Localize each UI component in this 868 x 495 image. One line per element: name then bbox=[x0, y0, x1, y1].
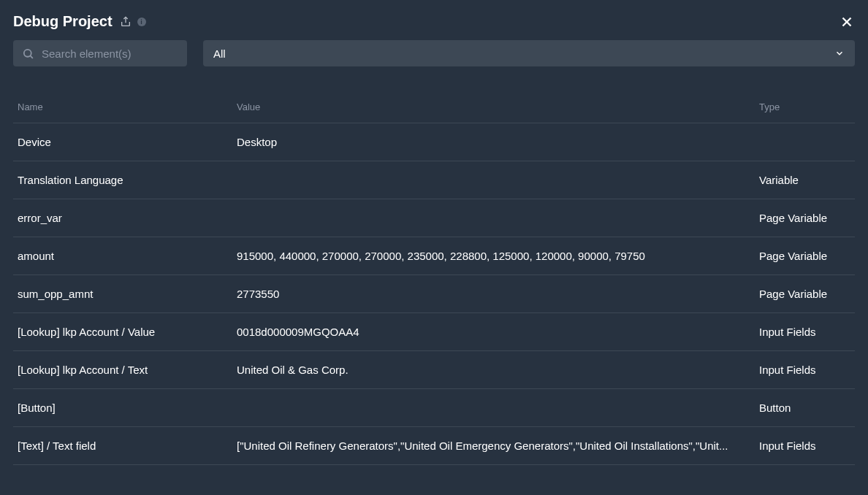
col-header-value: Value bbox=[237, 101, 759, 112]
col-header-type: Type bbox=[759, 101, 850, 112]
search-box[interactable] bbox=[13, 40, 187, 66]
info-badge[interactable]: i bbox=[137, 18, 146, 26]
controls-row: All bbox=[0, 40, 868, 80]
panel-header: Debug Project i bbox=[0, 0, 868, 40]
header-left-group: Debug Project i bbox=[13, 13, 146, 30]
cell-type: Page Variable bbox=[759, 250, 850, 262]
table-row[interactable]: [Button] Button bbox=[13, 389, 855, 427]
table-header-row: Name Value Type bbox=[13, 80, 855, 123]
table-row[interactable]: [Lookup] lkp Account / Value 0018d000009… bbox=[13, 313, 855, 351]
cell-value: ["United Oil Refinery Generators","Unite… bbox=[237, 440, 759, 452]
cell-value bbox=[237, 174, 759, 186]
table-row[interactable]: Device Desktop bbox=[13, 123, 855, 161]
svg-point-3 bbox=[24, 49, 31, 56]
col-header-name: Name bbox=[18, 101, 237, 112]
filter-selected-label: All bbox=[213, 47, 226, 60]
cell-value: 2773550 bbox=[237, 288, 759, 300]
table-row[interactable]: [Text] / Text field ["United Oil Refiner… bbox=[13, 427, 855, 465]
cell-name: [Lookup] lkp Account / Text bbox=[18, 364, 237, 376]
cell-name: amount bbox=[18, 250, 237, 262]
cell-name: Device bbox=[18, 136, 237, 148]
table-row[interactable]: sum_opp_amnt 2773550 Page Variable bbox=[13, 275, 855, 313]
filter-dropdown[interactable]: All bbox=[203, 40, 855, 66]
cell-type: Input Fields bbox=[759, 440, 850, 452]
cell-value: United Oil & Gas Corp. bbox=[237, 364, 759, 376]
cell-type: Variable bbox=[759, 174, 850, 186]
table-row[interactable]: Translation Language Variable bbox=[13, 161, 855, 199]
cell-type: Button bbox=[759, 402, 850, 414]
cell-type: Page Variable bbox=[759, 288, 850, 300]
table-row[interactable]: amount 915000, 440000, 270000, 270000, 2… bbox=[13, 237, 855, 275]
table-row[interactable]: [Lookup] lkp Account / Text United Oil &… bbox=[13, 351, 855, 389]
share-icon[interactable] bbox=[120, 16, 132, 28]
cell-name: [Button] bbox=[18, 402, 237, 414]
cell-value: 0018d000009MGQOAA4 bbox=[237, 326, 759, 338]
cell-value bbox=[237, 212, 759, 224]
cell-type bbox=[759, 136, 850, 148]
svg-line-4 bbox=[31, 55, 33, 58]
cell-name: sum_opp_amnt bbox=[18, 288, 237, 300]
chevron-down-icon bbox=[834, 48, 845, 58]
cell-type: Input Fields bbox=[759, 364, 850, 376]
cell-name: [Lookup] lkp Account / Value bbox=[18, 326, 237, 338]
cell-type: Input Fields bbox=[759, 326, 850, 338]
cell-type: Page Variable bbox=[759, 212, 850, 224]
debug-table: Name Value Type Device Desktop Translati… bbox=[0, 80, 868, 465]
search-input[interactable] bbox=[42, 47, 178, 60]
search-icon bbox=[22, 47, 34, 60]
cell-name: Translation Language bbox=[18, 174, 237, 186]
table-row[interactable]: error_var Page Variable bbox=[13, 199, 855, 237]
cell-name: error_var bbox=[18, 212, 237, 224]
cell-value: 915000, 440000, 270000, 270000, 235000, … bbox=[237, 250, 759, 262]
cell-value: Desktop bbox=[237, 136, 759, 148]
cell-value bbox=[237, 402, 759, 414]
cell-name: [Text] / Text field bbox=[18, 440, 237, 452]
close-icon[interactable] bbox=[839, 14, 855, 30]
panel-title: Debug Project bbox=[13, 13, 113, 30]
